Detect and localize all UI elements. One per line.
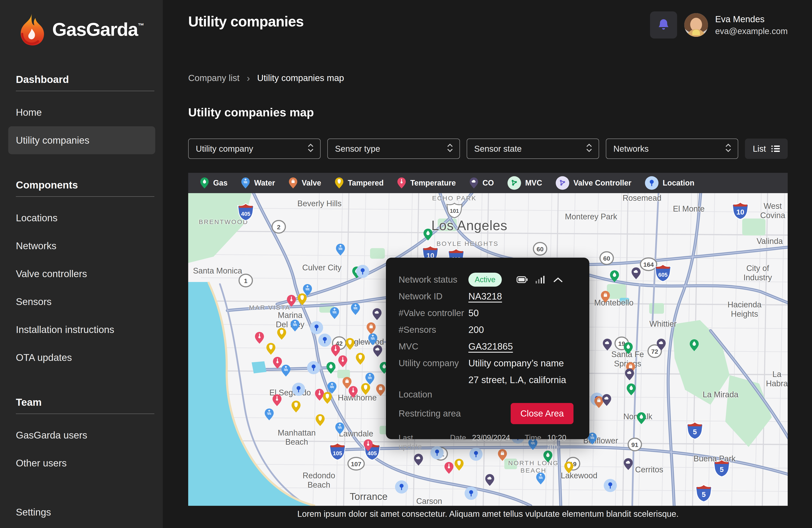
map-marker-temperature[interactable]: [331, 344, 340, 357]
legend-item-valve-controller: Valve Controller: [556, 176, 632, 190]
chevron-right-icon: ›: [247, 72, 250, 84]
map-marker-co[interactable]: [656, 339, 666, 352]
legend-label-valve: Valve: [302, 179, 321, 187]
map-marker-water[interactable]: [351, 303, 360, 316]
sidebar-item-home[interactable]: Home: [8, 98, 155, 126]
map-marker-gas[interactable]: [423, 228, 433, 242]
map-marker-co[interactable]: [625, 368, 634, 381]
filter-dropdown-sensor-state[interactable]: Sensor state: [467, 139, 599, 159]
filter-dropdown-sensor-type[interactable]: Sensor type: [327, 139, 460, 159]
sidebar-item-locations[interactable]: Locations: [8, 204, 155, 232]
map-marker-tampered[interactable]: [291, 400, 301, 414]
map-marker-location[interactable]: [310, 321, 323, 334]
map-marker-water[interactable]: [330, 307, 339, 320]
map-marker-gas[interactable]: [623, 342, 633, 355]
sidebar-item-installation-instructions[interactable]: Installation instructions: [8, 316, 155, 344]
avatar[interactable]: [684, 13, 708, 37]
map-marker-co[interactable]: [602, 394, 611, 407]
sidebar-items: LocationsNetworksValve controllersSensor…: [16, 204, 156, 371]
chevron-updown-icon: [447, 143, 453, 154]
map-marker-location[interactable]: [292, 383, 305, 396]
map-marker-tampered[interactable]: [564, 461, 574, 474]
breadcrumb-company-list[interactable]: Company list: [188, 73, 240, 83]
map-marker-gas[interactable]: [626, 383, 636, 396]
svg-text:605: 605: [658, 272, 668, 278]
sidebar-items: HomeUtility companies: [16, 98, 156, 154]
map-marker-co[interactable]: [372, 308, 382, 321]
sidebar-item-valve-controllers[interactable]: Valve controllers: [8, 260, 155, 288]
utility-company-name: Utility company’s name: [468, 358, 564, 369]
breadcrumb-current: Utility companies map: [257, 73, 344, 83]
map-marker-water[interactable]: [336, 243, 345, 257]
valve-icon: [289, 177, 298, 189]
map-marker-location[interactable]: [604, 479, 617, 492]
location-label: Location: [398, 389, 468, 400]
map-marker-co[interactable]: [485, 474, 495, 487]
network-popup: Network status Active: [386, 258, 589, 439]
legend-label-location: Location: [663, 179, 694, 187]
map-marker-water[interactable]: [536, 472, 546, 485]
filter-dropdown-utility-company[interactable]: Utility company: [188, 139, 321, 159]
sidebar-item-log-out[interactable]: Log out: [8, 526, 155, 528]
map-marker-location[interactable]: [465, 487, 478, 500]
map-marker-valve[interactable]: [376, 384, 386, 397]
map-marker-temperature[interactable]: [273, 357, 282, 370]
sidebar-item-sensors[interactable]: Sensors: [8, 288, 155, 316]
map-marker-temperature[interactable]: [363, 439, 373, 452]
chevron-updown-icon: [725, 143, 731, 154]
map-marker-temperature[interactable]: [287, 295, 296, 308]
mvc-link[interactable]: GA321865: [468, 341, 513, 352]
map-marker-location[interactable]: [307, 361, 320, 374]
map-marker-temperature[interactable]: [255, 332, 264, 345]
filter-dropdown-networks[interactable]: Networks: [606, 139, 738, 159]
map-marker-gas[interactable]: [326, 362, 336, 375]
sidebar-item-utility-companies[interactable]: Utility companies: [8, 126, 155, 154]
map-marker-water[interactable]: [290, 319, 300, 332]
sidebar-item-ota-updates[interactable]: OTA updates: [8, 344, 155, 371]
map-marker-tampered[interactable]: [266, 343, 276, 356]
notifications-button[interactable]: [650, 11, 677, 39]
network-id-link[interactable]: NA3218: [468, 291, 502, 302]
map-marker-water[interactable]: [335, 422, 345, 436]
map-marker-co[interactable]: [373, 345, 382, 358]
sidebar-item-settings[interactable]: Settings: [8, 498, 155, 526]
map-marker-tampered[interactable]: [277, 328, 287, 341]
map-marker-tampered[interactable]: [322, 392, 332, 405]
map-marker-tampered[interactable]: [356, 353, 365, 366]
svg-text:5: 5: [702, 490, 706, 498]
map-marker-tampered[interactable]: [345, 338, 355, 351]
sidebar-item-other-users[interactable]: Other users: [8, 449, 155, 477]
map-marker-gas[interactable]: [690, 339, 699, 352]
brand-tm: ™: [138, 22, 144, 29]
sidebar-item-networks[interactable]: Networks: [8, 232, 155, 260]
list-view-button[interactable]: List: [745, 139, 788, 159]
map-marker-co[interactable]: [623, 458, 633, 471]
map-marker-gas[interactable]: [637, 412, 646, 425]
map-marker-co[interactable]: [414, 454, 423, 467]
chevron-up-icon[interactable]: [553, 277, 563, 282]
map-marker-co[interactable]: [603, 339, 612, 352]
map-marker-gas[interactable]: [543, 451, 553, 463]
sidebar-item-gasgarda-users[interactable]: GasGarda users: [8, 421, 155, 449]
map-marker-co[interactable]: [631, 267, 641, 280]
map-marker-temperature[interactable]: [444, 462, 454, 475]
map-marker-location[interactable]: [318, 333, 331, 347]
map-marker-location[interactable]: [356, 265, 369, 278]
map-marker-temperature[interactable]: [272, 394, 282, 407]
map[interactable]: Los AngelesBeverly HillsBRENTWOODSanta M…: [188, 193, 788, 506]
chevron-updown-icon: [307, 143, 314, 154]
map-marker-tampered[interactable]: [454, 459, 464, 472]
map-marker-temperature[interactable]: [348, 386, 358, 399]
map-marker-tampered[interactable]: [297, 293, 307, 306]
map-marker-tampered[interactable]: [361, 383, 371, 396]
map-marker-valve[interactable]: [600, 291, 610, 304]
valve-controller-count: 50: [468, 308, 479, 318]
map-marker-valve[interactable]: [366, 322, 376, 335]
map-marker-location[interactable]: [395, 481, 408, 494]
map-marker-water[interactable]: [264, 408, 274, 422]
filter-dropdown-label: Sensor type: [335, 144, 380, 154]
map-marker-tampered[interactable]: [315, 414, 325, 427]
close-area-button[interactable]: Close Area: [511, 403, 574, 424]
map-marker-water[interactable]: [281, 365, 291, 377]
map-marker-gas[interactable]: [610, 270, 619, 283]
